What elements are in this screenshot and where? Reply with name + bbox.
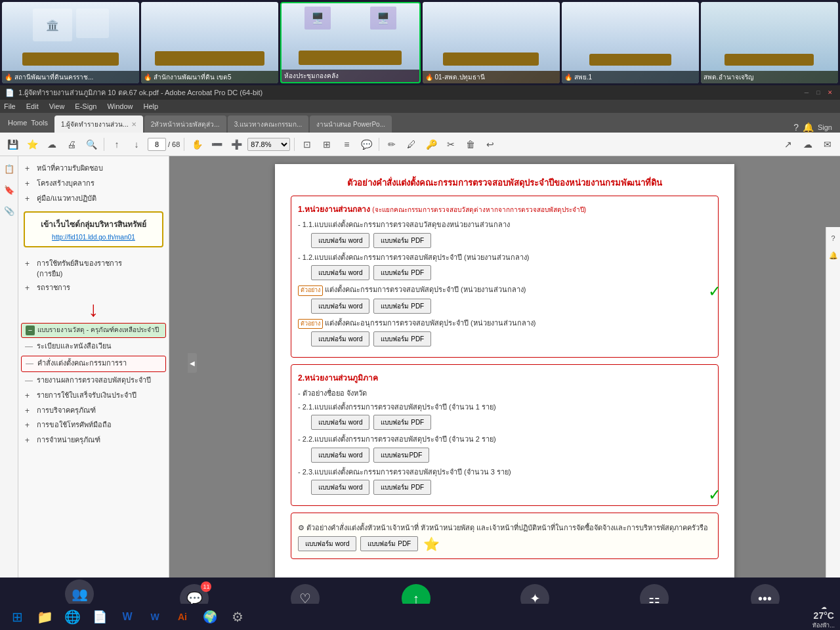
form-word-3[interactable]: แบบฟอร์ม word: [298, 536, 356, 551]
help-icon[interactable]: ?: [793, 122, 799, 133]
form-pdf-1-2[interactable]: แบบฟอร์ม PDF: [373, 265, 431, 280]
share-icon[interactable]: ↗: [780, 136, 797, 153]
form-pdf-1-1[interactable]: แบบฟอร์ม PDF: [373, 233, 431, 248]
form-pdf-1-3[interactable]: แบบฟอร์ม PDF: [373, 299, 431, 314]
toc-text-regulations: ระเบียบและหนังสือเวียน: [37, 341, 162, 351]
form-word-2-1[interactable]: แบบฟอร์ม word: [311, 415, 369, 430]
tab1-close[interactable]: ✕: [131, 121, 136, 128]
panel-right-2[interactable]: 🔔: [828, 249, 839, 261]
start-button[interactable]: ⊞: [5, 605, 29, 629]
video-tile-3[interactable]: 🖥️ 🖥️ ห้องประชุมกองคลัง: [280, 2, 420, 83]
tab-2[interactable]: 2หัวหน้าหน่วยพัสดุส่ว...: [144, 116, 226, 133]
toc-item-donate[interactable]: + การบริจาคครุภัณฑ์: [21, 404, 166, 419]
upload-icon[interactable]: ☁: [43, 136, 60, 153]
prev-page-icon[interactable]: ↑: [108, 136, 125, 153]
pdf-area: + หน้าที่ความรับผิดชอบ + โครงสร้างบุคลาก…: [18, 156, 840, 630]
fit-icon[interactable]: ⊡: [299, 136, 316, 153]
form-pdf-3[interactable]: แบบฟอร์ม PDF: [360, 536, 418, 551]
panel-bookmark-icon[interactable]: 🔖: [2, 182, 16, 197]
undo-icon[interactable]: ↩: [482, 136, 499, 153]
video-tile-1[interactable]: 🏛️ 🔥 สถานีพัฒนาที่ดินนครราช...: [2, 2, 139, 83]
bookmark-icon[interactable]: ⭐: [24, 136, 41, 153]
form-pdf-2-1[interactable]: แบบฟอร์ม PDF: [373, 415, 431, 430]
sign-in-button[interactable]: Sign: [818, 123, 832, 131]
toc-item-vehicle[interactable]: + รถราชการ: [21, 281, 166, 296]
scissors-icon[interactable]: ✂: [442, 136, 459, 153]
video-tile-5[interactable]: 🔥 สพย.1: [562, 2, 699, 83]
minimize-button[interactable]: ─: [802, 88, 811, 97]
grid-icon[interactable]: ⊞: [318, 136, 335, 153]
toc-dash-icon-3: —: [25, 375, 34, 387]
edge-button[interactable]: 🌐: [60, 605, 84, 629]
panel-attach-icon[interactable]: 📎: [2, 203, 16, 218]
form-pdf-2-3[interactable]: แบบฟอร์ม PDF: [373, 480, 431, 495]
notification-icon[interactable]: 🔔: [803, 122, 814, 133]
video-tile-2[interactable]: 🔥 สำนักงานพัฒนาที่ดิน เขต5: [141, 2, 278, 83]
winword-button[interactable]: W: [143, 605, 167, 629]
home-button[interactable]: Home: [8, 119, 27, 127]
video-tile-6[interactable]: สพด.อำนาจเจริญ: [701, 2, 838, 83]
chrome-button[interactable]: 🌍: [198, 605, 222, 629]
menu-view[interactable]: View: [49, 102, 65, 110]
email-icon[interactable]: ✉: [819, 136, 836, 153]
form-word-1-2[interactable]: แบบฟอร์ม word: [311, 265, 369, 280]
zoom-out-icon[interactable]: ➖: [208, 136, 225, 153]
btn-row-2-1: แบบฟอร์ม word แบบฟอร์ม PDF: [311, 415, 711, 430]
website-link[interactable]: http://fid101.ldd.go.th/man01: [52, 234, 135, 241]
toc-item-dispose[interactable]: + การจำหน่ายครุภัณฑ์: [21, 433, 166, 448]
form-pdf-2-2[interactable]: แบบฟอรมPDF: [373, 448, 429, 463]
tab-1[interactable]: 1.ผู้จัดทำรายงานส่วน... ✕: [54, 116, 143, 133]
toc-item-structure[interactable]: + โครงสร้างบุคลากร: [21, 177, 166, 192]
acrobat-taskbar-button[interactable]: 📄: [88, 605, 112, 629]
menu-help[interactable]: Help: [144, 102, 159, 110]
hand-tool[interactable]: ✋: [188, 136, 205, 153]
toc-item-guideline[interactable]: + คู่มือ/แนวทางปฏิบัติ: [21, 192, 166, 207]
delete-icon[interactable]: 🗑: [462, 136, 479, 153]
sidebar-collapse-button[interactable]: ◀: [188, 353, 197, 373]
menu-window[interactable]: Window: [107, 102, 133, 110]
toc-item-report[interactable]: − แบบรายงานวัสดุ - ครุภัณฑ์คงเหลือประจำป…: [21, 323, 166, 338]
page-input[interactable]: [148, 138, 166, 151]
tab-4[interactable]: งานนำเสนอ PowerPo...: [310, 116, 392, 133]
adobe-button[interactable]: Ai: [171, 605, 194, 629]
next-page-icon[interactable]: ↓: [128, 136, 145, 153]
word-button[interactable]: W: [116, 605, 139, 629]
pen-icon[interactable]: ✏: [383, 136, 400, 153]
page-nav: / 68: [148, 138, 180, 151]
tools-button[interactable]: Tools: [31, 119, 48, 127]
print-icon[interactable]: 🖨: [63, 136, 80, 153]
toc-item-phone[interactable]: + การขอใช้โทรศัพท์มือถือ: [21, 418, 166, 433]
zoom-select[interactable]: 87.8% 100% 150%: [247, 138, 290, 151]
file-explorer-button[interactable]: 📁: [33, 605, 56, 629]
stamp-icon[interactable]: 🔑: [423, 136, 440, 153]
highlight-icon[interactable]: 🖊: [403, 136, 420, 153]
panel-right-1[interactable]: ?: [828, 232, 839, 244]
zoom-in-icon[interactable]: ➕: [228, 136, 245, 153]
toc-item-regulations[interactable]: — ระเบียบและหนังสือเวียน: [21, 339, 166, 354]
menu-edit[interactable]: Edit: [26, 102, 39, 110]
form-pdf-1-4[interactable]: แบบฟอร์ม PDF: [373, 331, 431, 346]
form-word-1-1[interactable]: แบบฟอร์ม word: [311, 233, 369, 248]
maximize-button[interactable]: □: [814, 88, 823, 97]
toc-item-responsibilities[interactable]: + หน้าที่ความรับผิดชอบ: [21, 161, 166, 177]
settings-taskbar-button[interactable]: ⚙: [226, 605, 249, 629]
toc-item-annual-report[interactable]: — รายงานผลการตรวจสอบพัสดุประจำปี: [21, 373, 166, 388]
search-icon[interactable]: 🔍: [83, 136, 100, 153]
form-word-1-3[interactable]: แบบฟอร์ม word: [311, 299, 369, 314]
menu-file[interactable]: File: [4, 102, 16, 110]
close-button[interactable]: ✕: [826, 88, 835, 97]
toc-item-usage[interactable]: + การใช้ทรัพย์สินของราชการ(การยืม): [21, 257, 166, 281]
form-word-2-3[interactable]: แบบฟอร์ม word: [311, 480, 369, 495]
save-icon[interactable]: 💾: [4, 136, 21, 153]
toc-item-order[interactable]: — คำสั่งแต่งตั้งคณะกรรมการรา: [21, 356, 166, 372]
tab-3[interactable]: 3.แนวทางคณะกรรมก...: [228, 116, 309, 133]
panel-layers-icon[interactable]: 📋: [2, 161, 16, 176]
scroll-icon[interactable]: ≡: [338, 136, 355, 153]
menu-esign[interactable]: E-Sign: [75, 102, 96, 110]
form-word-2-2[interactable]: แบบฟอร์ม word: [311, 448, 369, 463]
comment-icon[interactable]: 💬: [358, 136, 375, 153]
form-word-1-4[interactable]: แบบฟอร์ม word: [311, 331, 369, 346]
cloud-icon[interactable]: ☁: [799, 136, 816, 153]
video-tile-4[interactable]: 🔥 01-สพด.ปทุมธานี: [423, 2, 560, 83]
toc-item-receipt[interactable]: + รายการใช้ใบเสร็จรับเงินประจำปี: [21, 388, 166, 404]
